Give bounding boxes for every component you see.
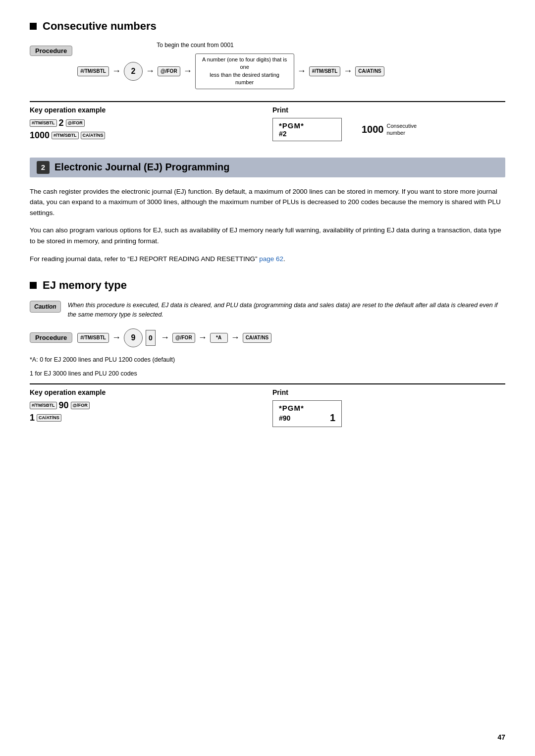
op-line-2a: #/TM/SBTL 90 @/FOR	[30, 400, 263, 411]
print-hash-2: #90	[279, 414, 290, 422]
proc-flow-1: #/TM/SBTL → 2 → @/FOR → A number (one to…	[77, 54, 505, 89]
page62-link[interactable]: page 62	[259, 255, 283, 263]
section2-num-badge: 2	[37, 161, 50, 174]
key-caatns-1: CA/AT/NS	[355, 66, 384, 76]
subsection-ej-memory: EJ memory type Caution When this procedu…	[30, 279, 505, 427]
consec-label: Consecutivenumber	[387, 122, 417, 137]
sk-tmstbl-1: #/TM/SBTL	[30, 119, 57, 127]
key-90-big: 90	[59, 400, 69, 411]
arrow-9: →	[231, 332, 240, 343]
op-line-1a: #/TM/SBTL 2 @/FOR	[30, 118, 263, 128]
procedure-badge-1: Procedure	[30, 46, 72, 56]
print-pgm-1: *PGM*	[279, 121, 335, 130]
caution-block: Caution When this procedure is executed,…	[30, 301, 505, 320]
section-ej-programming: 2 Electronic Journal (EJ) Programming Th…	[30, 158, 505, 265]
op-line-2b: 1 CA/AT/NS	[30, 413, 263, 423]
key-op-header-2: Key operation example	[30, 388, 263, 396]
black-square-icon-2	[30, 282, 37, 289]
key-op-header-1: Key operation example	[30, 106, 263, 114]
key-1-big: 1	[30, 413, 35, 423]
procedure-badge-2: Procedure	[30, 332, 72, 343]
key-tmstbl-1: #/TM/SBTL	[77, 66, 109, 76]
key-1000-big: 1000	[30, 130, 50, 141]
section2-body2: You can also program various options for…	[30, 225, 505, 246]
key-op-col-2: Key operation example #/TM/SBTL 90 @/FOR…	[30, 383, 272, 427]
page-number: 47	[497, 733, 505, 741]
print-box-1: *PGM* #2	[272, 118, 342, 141]
key-for-2: @/FOR	[172, 333, 195, 343]
sk-tmstbl-3: #/TM/SBTL	[30, 402, 57, 409]
print-num-1: 1000	[362, 124, 384, 135]
arrow-7: →	[160, 332, 169, 343]
op-print-row-1: Key operation example #/TM/SBTL 2 @/FOR …	[30, 101, 505, 143]
key-star-a: *A	[210, 333, 228, 343]
sk-for-2: @/FOR	[71, 402, 90, 409]
section2-title: 2 Electronic Journal (EJ) Programming	[30, 158, 505, 177]
sk-caatns-2: CA/AT/NS	[37, 414, 61, 422]
ej-memory-title: EJ memory type	[30, 279, 505, 292]
note-box-1: A number (one to four digits) that is on…	[195, 54, 294, 89]
arrow-5: →	[343, 66, 352, 76]
key-2-circle: 2	[124, 62, 143, 81]
sk-tmstbl-2: #/TM/SBTL	[52, 132, 79, 139]
key-2-big: 2	[59, 118, 64, 128]
key-for-1: @/FOR	[158, 66, 180, 76]
key-op-col-1: Key operation example #/TM/SBTL 2 @/FOR …	[30, 101, 272, 143]
section1-title: Consecutive numbers	[30, 20, 505, 33]
key-tmstbl-3: #/TM/SBTL	[77, 333, 109, 343]
caution-text: When this procedure is executed, EJ data…	[68, 301, 505, 320]
print-col-1: Print *PGM* #2 1000 Consecutivenumber	[272, 101, 505, 143]
proc-flow-2-wrapper: Procedure #/TM/SBTL → 9 0 → @/FOR → *A →…	[30, 328, 505, 347]
arrow-8: →	[198, 332, 207, 343]
key-9-circle: 9	[124, 328, 143, 347]
op-line-1b: 1000 #/TM/SBTL CA/AT/NS	[30, 130, 263, 141]
print-num-2: 1	[330, 412, 335, 424]
print-header-1: Print	[272, 106, 505, 114]
key-0-rect: 0	[146, 330, 156, 346]
caution-badge: Caution	[30, 301, 61, 313]
print-header-2: Print	[272, 388, 505, 396]
section1-title-text: Consecutive numbers	[43, 20, 157, 33]
ej-memory-title-text: EJ memory type	[43, 279, 127, 292]
arrow-3: →	[183, 66, 192, 76]
section2-title-text: Electronic Journal (EJ) Programming	[54, 162, 229, 173]
begin-count-note: To begin the count from 0001	[157, 42, 505, 49]
section2-body3: For reading journal data, refer to “EJ R…	[30, 254, 505, 265]
print-box-2: *PGM* #90 1	[272, 400, 342, 427]
arrow-4: →	[297, 66, 306, 76]
print-col-2: Print *PGM* #90 1	[272, 383, 505, 427]
arrow-2: →	[146, 66, 155, 76]
note-a-1: *A: 0 for EJ 2000 lines and PLU 1200 cod…	[30, 355, 505, 365]
black-square-icon	[30, 23, 37, 30]
print-pgm-2: *PGM*	[279, 404, 335, 412]
proc-flow-2: #/TM/SBTL → 9 0 → @/FOR → *A → CA/AT/NS	[77, 328, 271, 347]
section2-body1: The cash register provides the electroni…	[30, 186, 505, 218]
section-consecutive-numbers: Consecutive numbers Procedure To begin t…	[30, 20, 505, 143]
note-a-2: 1 for EJ 3000 lines and PLU 200 codes	[30, 369, 505, 378]
key-caatns-2: CA/AT/NS	[243, 333, 271, 343]
print-hash-1: #2	[279, 130, 335, 138]
arrow-1: →	[112, 66, 121, 76]
op-print-row-2: Key operation example #/TM/SBTL 90 @/FOR…	[30, 383, 505, 427]
sk-for-1: @/FOR	[66, 119, 85, 127]
arrow-6: →	[112, 332, 121, 343]
sk-caatns-1: CA/AT/NS	[81, 132, 106, 139]
key-tmstbl-2: #/TM/SBTL	[309, 66, 341, 76]
